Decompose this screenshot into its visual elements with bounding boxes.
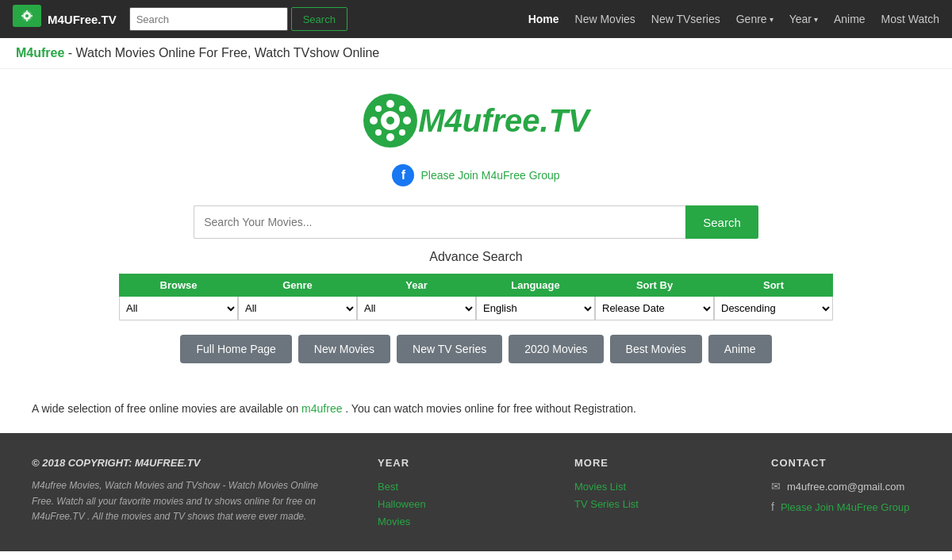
nav-link-home[interactable]: Home (528, 13, 559, 25)
quick-new-tv-series[interactable]: New TV Series (397, 335, 502, 363)
filter-browse-label: Browse (119, 274, 238, 297)
nav-link-new-movies[interactable]: New Movies (575, 13, 635, 25)
footer-contact-col: CONTACT ✉ m4ufree.com@gmail.com f Please… (771, 457, 920, 527)
svg-point-13 (370, 117, 378, 125)
filter-year: Year All (357, 274, 476, 320)
nav-links: Home New Movies New TVseries Genre ▾ Yea… (528, 13, 939, 25)
filter-row: Browse All Genre All Year All (16, 274, 936, 320)
nav-search-input[interactable] (129, 7, 288, 31)
svg-point-3 (25, 14, 29, 17)
filter-sort-by-select[interactable]: Release Date (595, 297, 714, 320)
footer-tv-series-list-link[interactable]: TV Series List (574, 498, 639, 510)
filter-genre-select[interactable]: All (238, 297, 357, 320)
footer-movies-list-link[interactable]: Movies List (574, 481, 626, 493)
page-title: M4ufree - Watch Movies Online For Free, … (16, 46, 936, 60)
svg-point-10 (386, 117, 394, 125)
page-title-rest: - Watch Movies Online For Free, Watch TV… (64, 46, 379, 59)
filter-sort-by-label: Sort By (595, 274, 714, 297)
svg-point-11 (386, 100, 394, 108)
fb-link[interactable]: Please Join M4uFree Group (420, 169, 559, 182)
nav-link-year[interactable]: Year ▾ (789, 13, 818, 25)
advance-search-section: Advance Search Browse All Genre All Year (16, 250, 936, 363)
footer-contact-heading: CONTACT (771, 457, 920, 469)
svg-point-18 (399, 129, 405, 136)
footer-year-link-best[interactable]: Best (378, 481, 398, 493)
footer-year-col: YEAR Best Halloween Movies (378, 457, 527, 527)
filter-language-select[interactable]: English (476, 297, 595, 320)
footer-fb-link[interactable]: Please Join M4uFree Group (781, 501, 910, 513)
footer-contact-fb-item: f Please Join M4uFree Group (771, 501, 920, 513)
year-caret: ▾ (814, 15, 818, 24)
footer-more-links: Movies List TV Series List (574, 480, 724, 510)
list-item: Movies (378, 515, 527, 527)
svg-point-14 (403, 117, 411, 125)
filter-language-label: Language (476, 274, 595, 297)
svg-point-17 (375, 129, 382, 136)
footer-year-links: Best Halloween Movies (378, 480, 527, 527)
nav-logo[interactable]: M4UFree.TV (13, 5, 117, 33)
main-search-wrap: Search (16, 205, 936, 239)
brand-name: M4ufree (16, 46, 64, 59)
filter-year-label: Year (357, 274, 476, 297)
logo-icon (13, 5, 41, 33)
page-title-bar: M4ufree - Watch Movies Online For Free, … (0, 38, 952, 69)
filter-sort-select[interactable]: Descending (714, 297, 833, 320)
footer-more-heading: MORE (574, 457, 724, 469)
list-item: Halloween (378, 497, 527, 510)
hero-logo-text: M4ufree.TV (418, 103, 589, 139)
main-search-button[interactable]: Search (685, 205, 758, 239)
footer-year-link-halloween[interactable]: Halloween (378, 498, 426, 510)
nav-logo-text: M4UFree.TV (48, 13, 117, 26)
list-item: Best (378, 480, 527, 493)
quick-full-home-page[interactable]: Full Home Page (180, 335, 291, 363)
main-search-input[interactable] (194, 205, 685, 239)
filter-sort-by: Sort By Release Date (595, 274, 714, 320)
hero-section: M4ufree.TV f Please Join M4uFree Group S… (0, 69, 952, 387)
svg-point-12 (386, 133, 394, 141)
footer-email: m4ufree.com@gmail.com (787, 481, 904, 493)
facebook-icon: f (392, 164, 414, 186)
desc-text-after: . You can watch movies online for free w… (342, 402, 635, 415)
hero-fb-section: f Please Join M4uFree Group (16, 164, 936, 186)
filter-genre: Genre All (238, 274, 357, 320)
email-icon: ✉ (771, 480, 781, 493)
nav-link-anime[interactable]: Anime (834, 13, 866, 25)
nav-link-genre[interactable]: Genre ▾ (736, 13, 774, 25)
navbar: M4UFree.TV Search Home New Movies New TV… (0, 0, 952, 38)
footer-copyright: © 2018 COPYRIGHT: M4UFREE.TV (32, 457, 330, 469)
footer-contact-email-item: ✉ m4ufree.com@gmail.com (771, 480, 920, 493)
nav-search-button[interactable]: Search (291, 7, 347, 31)
list-item: Movies List (574, 480, 724, 493)
description-section: A wide selection of free online movies a… (0, 387, 952, 433)
hero-logo: M4ufree.TV (16, 93, 936, 148)
filter-sort-label: Sort (714, 274, 833, 297)
desc-text-before: A wide selection of free online movies a… (32, 402, 301, 415)
footer-facebook-icon: f (771, 501, 774, 513)
desc-m4ufree-link[interactable]: m4ufree (301, 402, 342, 415)
filter-year-select[interactable]: All (357, 297, 476, 320)
list-item: TV Series List (574, 497, 724, 510)
filter-browse: Browse All (119, 274, 238, 320)
genre-caret: ▾ (770, 15, 774, 24)
nav-link-most-watch[interactable]: Most Watch (881, 13, 939, 25)
footer: © 2018 COPYRIGHT: M4UFREE.TV M4ufree Mov… (0, 433, 952, 551)
filter-genre-label: Genre (238, 274, 357, 297)
filter-sort: Sort Descending (714, 274, 833, 320)
footer-year-heading: YEAR (378, 457, 527, 469)
quick-anime[interactable]: Anime (708, 335, 772, 363)
svg-point-15 (375, 105, 382, 112)
quick-best-movies[interactable]: Best Movies (610, 335, 702, 363)
advance-search-title: Advance Search (16, 250, 936, 264)
footer-main-col: © 2018 COPYRIGHT: M4UFREE.TV M4ufree Mov… (32, 457, 330, 527)
footer-desc: M4ufree Movies, Watch Movies and TVshow … (32, 478, 330, 524)
footer-more-col: MORE Movies List TV Series List (574, 457, 724, 527)
nav-search-wrap: Search (129, 7, 347, 31)
footer-year-link-movies[interactable]: Movies (378, 516, 410, 527)
quick-2020-movies[interactable]: 2020 Movies (509, 335, 603, 363)
quick-links: Full Home Page New Movies New TV Series … (16, 335, 936, 363)
quick-new-movies[interactable]: New Movies (298, 335, 390, 363)
filter-browse-select[interactable]: All (119, 297, 238, 320)
hero-logo-icon (363, 93, 418, 148)
svg-point-16 (399, 105, 405, 112)
nav-link-new-tvseries[interactable]: New TVseries (651, 13, 720, 25)
